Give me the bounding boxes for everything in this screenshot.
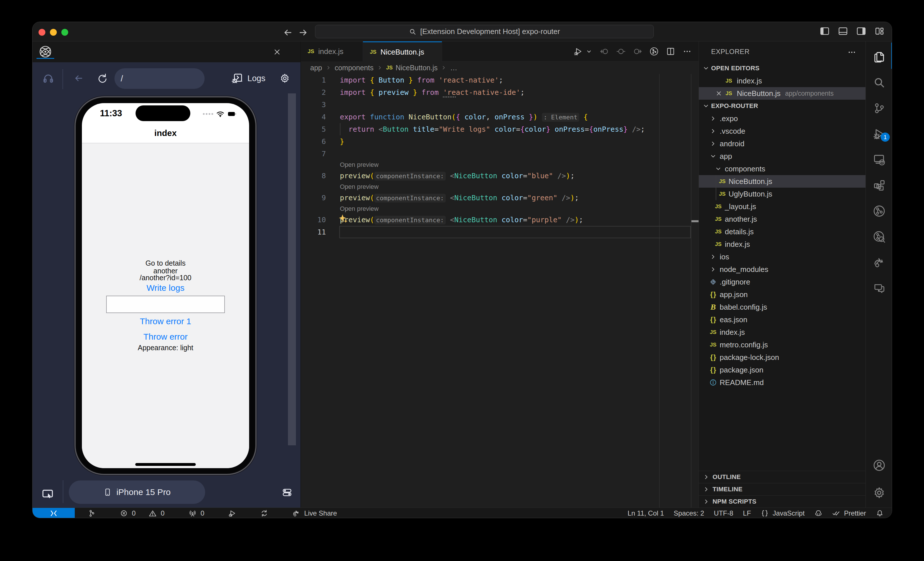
layout-custom-icon[interactable] bbox=[874, 26, 884, 36]
status-spaces-2[interactable]: Spaces: 2 bbox=[674, 509, 704, 517]
throw-error-1-button[interactable]: Throw error 1 bbox=[82, 316, 249, 326]
debug-run-icon[interactable] bbox=[574, 47, 583, 56]
circle-dash-icon[interactable] bbox=[616, 47, 626, 56]
breadcrumb-item[interactable]: app bbox=[310, 64, 322, 72]
status-live-share[interactable]: Live Share bbox=[292, 509, 337, 517]
explorer-item-node-modules[interactable]: node_modules bbox=[699, 263, 866, 276]
section-timeline[interactable]: TIMELINE bbox=[699, 483, 866, 495]
status-check-all[interactable]: Prettier bbox=[832, 509, 866, 517]
device-settings-icon[interactable] bbox=[280, 486, 294, 499]
tab-nicebutton-js[interactable]: JS NiceButton.js bbox=[363, 41, 442, 62]
url-back-button[interactable] bbox=[72, 71, 86, 85]
layout-panel-icon[interactable] bbox=[838, 26, 848, 36]
activitybar-extensions[interactable] bbox=[866, 173, 892, 198]
history-forward-button[interactable] bbox=[298, 28, 308, 38]
code-line-10[interactable]: 10preview(componentInstance: <NiceButton… bbox=[301, 214, 699, 226]
status-lf[interactable]: LF bbox=[743, 509, 751, 517]
section-open-editors[interactable]: OPEN EDITORS bbox=[699, 62, 866, 75]
status-debug-alt[interactable] bbox=[228, 509, 236, 517]
command-center[interactable]: [Extension Development Host] expo-router bbox=[315, 25, 654, 38]
code-line-1[interactable]: 1import { Button } from 'react-native'; bbox=[301, 74, 699, 86]
explorer-item-details-js[interactable]: JSdetails.js bbox=[699, 226, 866, 238]
code-line-7[interactable]: 7 bbox=[301, 148, 699, 160]
commit-graph-icon[interactable] bbox=[650, 47, 658, 56]
explorer-item-nicebutton-js[interactable]: JSNiceButton.jsapp/components bbox=[699, 87, 866, 100]
explorer-item-ios[interactable]: ios bbox=[699, 251, 866, 263]
panel-scrollbar[interactable] bbox=[288, 93, 296, 445]
explorer-item-package-lock-json[interactable]: { }package-lock.json bbox=[699, 351, 866, 364]
status-error-circle[interactable]: 00 bbox=[120, 509, 165, 517]
code-line-6[interactable]: 6} bbox=[301, 135, 699, 148]
explorer-item-package-json[interactable]: { }package.json bbox=[699, 364, 866, 376]
radon-panel-close-icon[interactable] bbox=[272, 47, 282, 57]
code-line-11[interactable]: 11 bbox=[301, 226, 699, 238]
explorer-item-metro-config-js[interactable]: JSmetro.config.js bbox=[699, 338, 866, 351]
section-npm-scripts[interactable]: NPM SCRIPTS bbox=[699, 495, 866, 508]
activitybar-remote-explorer[interactable] bbox=[866, 147, 892, 173]
status-bell[interactable] bbox=[876, 509, 884, 517]
status-radio-tower[interactable]: 0 bbox=[189, 509, 204, 517]
code-line-9[interactable]: 9preview(componentInstance: <NiceButton … bbox=[301, 192, 699, 204]
history-back-button[interactable] bbox=[283, 28, 293, 38]
explorer-item--expo[interactable]: .expo bbox=[699, 112, 866, 125]
explorer-item-nicebutton-js[interactable]: JSNiceButton.js bbox=[699, 175, 866, 188]
throw-error-button[interactable]: Throw error bbox=[82, 332, 249, 341]
traffic-close-button[interactable] bbox=[39, 29, 45, 36]
traffic-zoom-button[interactable] bbox=[62, 29, 68, 36]
layout-sidebar-left-icon[interactable] bbox=[820, 26, 830, 36]
activitybar-live-share[interactable] bbox=[866, 250, 892, 275]
status-sync[interactable] bbox=[260, 509, 268, 517]
follow-device-icon[interactable] bbox=[41, 71, 55, 85]
close-icon[interactable] bbox=[714, 87, 724, 100]
codelens-open-preview[interactable]: Open preview bbox=[340, 204, 379, 214]
go-to-details-link[interactable]: Go to details bbox=[82, 259, 249, 267]
code-line-5[interactable]: 5 return <Button title="Write logs" colo… bbox=[301, 123, 699, 135]
explorer-item-babel-config-js[interactable]: Bbabel.config.js bbox=[699, 301, 866, 313]
activitybar-settings-gear[interactable] bbox=[866, 480, 892, 505]
explorer-item-index-js[interactable]: JSindex.js bbox=[699, 326, 866, 338]
url-select[interactable]: / bbox=[114, 68, 205, 89]
write-logs-button[interactable]: Write logs bbox=[82, 283, 249, 293]
codelens-open-preview[interactable]: Open preview bbox=[340, 160, 379, 170]
radon-ide-tab[interactable] bbox=[36, 43, 55, 60]
tab-index-js[interactable]: JS index.js bbox=[301, 41, 363, 62]
another-id-link[interactable]: /another?id=100 bbox=[82, 274, 249, 282]
explorer-item-app-json[interactable]: { }app.json bbox=[699, 288, 866, 301]
panel-settings-gear-icon[interactable] bbox=[278, 71, 292, 85]
explorer-item-app[interactable]: app bbox=[699, 150, 866, 162]
breadcrumb-item[interactable]: components bbox=[335, 64, 374, 72]
codelens-open-preview[interactable]: Open preview bbox=[340, 182, 379, 192]
text-input[interactable] bbox=[106, 296, 225, 313]
explorer-item-uglybutton-js[interactable]: JSUglyButton.js bbox=[699, 188, 866, 200]
copilot-sparkle-icon[interactable] bbox=[338, 214, 349, 225]
activitybar-account[interactable] bbox=[866, 453, 892, 478]
explorer-item-android[interactable]: android bbox=[699, 137, 866, 150]
code-line-2[interactable]: 2import { preview } from 'react-native-i… bbox=[301, 86, 699, 99]
ellipsis-icon[interactable] bbox=[682, 47, 692, 56]
breadcrumb-item[interactable]: NiceButton.js bbox=[396, 64, 438, 72]
activitybar-source-control[interactable] bbox=[866, 95, 892, 121]
reload-button[interactable] bbox=[95, 71, 109, 85]
explorer-item-readme-md[interactable]: README.md bbox=[699, 376, 866, 389]
code-line-4[interactable]: 4export function NiceButton({ color, onP… bbox=[301, 111, 699, 123]
activitybar-files[interactable] bbox=[866, 44, 892, 70]
circle-arrow-right-icon[interactable] bbox=[633, 47, 642, 56]
circle-arrow-left-icon[interactable] bbox=[600, 47, 609, 56]
split-editor-icon[interactable] bbox=[666, 47, 675, 56]
status-braces[interactable]: JavaScript bbox=[761, 509, 805, 517]
device-select[interactable]: iPhone 15 Pro bbox=[69, 480, 205, 504]
explorer-item-eas-json[interactable]: { }eas.json bbox=[699, 313, 866, 326]
iphone-screen[interactable]: 11:33 index Go to details another /an bbox=[82, 103, 249, 468]
breadcrumb-item[interactable]: … bbox=[450, 64, 457, 72]
explorer-item-another-js[interactable]: JSanother.js bbox=[699, 213, 866, 226]
activitybar-search[interactable] bbox=[866, 70, 892, 95]
activitybar-debug[interactable]: 1 bbox=[866, 121, 892, 147]
explorer-item--layout-js[interactable]: JS_layout.js bbox=[699, 200, 866, 213]
status-copilot[interactable] bbox=[814, 509, 822, 517]
section-expo-router[interactable]: EXPO-ROUTER bbox=[699, 100, 866, 112]
explorer-item-index-js[interactable]: JSindex.js bbox=[699, 238, 866, 251]
status-utf-8[interactable]: UTF-8 bbox=[714, 509, 734, 517]
explorer-item--gitignore[interactable]: .gitignore bbox=[699, 276, 866, 288]
chevron-down-small-icon[interactable] bbox=[585, 48, 592, 55]
code-editor[interactable]: 1import { Button } from 'react-native';2… bbox=[301, 74, 699, 508]
